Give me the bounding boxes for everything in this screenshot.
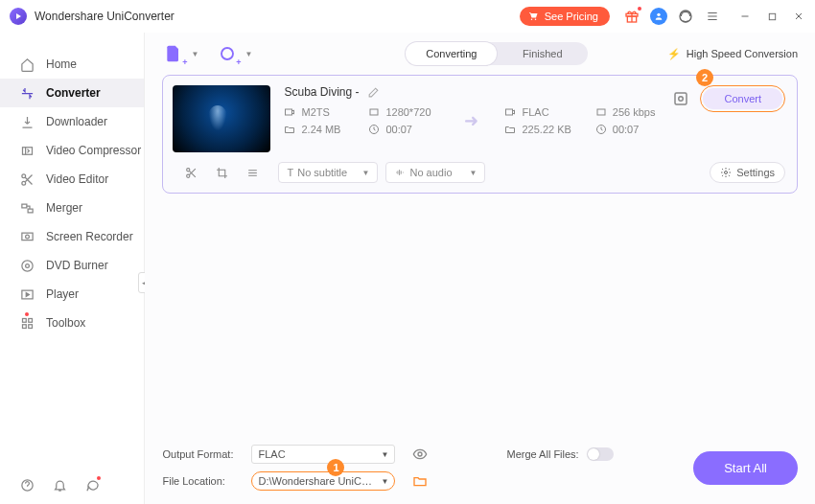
preview-icon[interactable] xyxy=(412,447,441,462)
svg-rect-22 xyxy=(370,109,378,115)
disc-icon xyxy=(19,258,35,273)
svg-point-20 xyxy=(221,48,233,59)
output-format-value: FLAC xyxy=(258,448,285,460)
bolt-icon: ⚡ xyxy=(667,48,681,60)
svg-rect-27 xyxy=(675,93,687,104)
add-file-button[interactable]: + xyxy=(162,42,185,65)
sidebar-item-toolbox[interactable]: Toolbox xyxy=(0,309,144,337)
svg-rect-21 xyxy=(286,109,292,115)
sidebar-item-label: Video Compressor xyxy=(46,144,141,157)
window-minimize-button[interactable] xyxy=(738,10,752,23)
sidebar-item-editor[interactable]: Video Editor xyxy=(0,165,144,194)
video-icon xyxy=(284,106,295,118)
svg-rect-9 xyxy=(28,209,33,213)
svg-rect-18 xyxy=(28,324,32,328)
subtitle-value: No subtitle xyxy=(297,167,347,178)
trim-icon[interactable] xyxy=(184,166,198,179)
svg-point-28 xyxy=(679,97,684,102)
sidebar-item-converter[interactable]: Converter xyxy=(0,79,144,107)
dst-size: 225.22 KB xyxy=(522,124,570,135)
svg-rect-24 xyxy=(506,109,513,115)
compress-icon xyxy=(19,143,35,158)
sidebar-item-player[interactable]: Player xyxy=(0,280,144,309)
convert-button[interactable]: Convert xyxy=(703,88,782,109)
sidebar-item-compressor[interactable]: Video Compressor xyxy=(0,136,144,165)
item-settings-button[interactable]: Settings xyxy=(710,162,785,183)
chevron-down-icon: ▼ xyxy=(470,169,477,177)
folder-icon xyxy=(284,124,295,135)
audio-dropdown[interactable]: No audio ▼ xyxy=(385,162,485,183)
merge-icon xyxy=(19,200,35,216)
play-icon xyxy=(19,286,35,302)
audio-value: No audio xyxy=(409,167,452,178)
chevron-down-icon[interactable]: ▼ xyxy=(191,50,198,58)
merge-toggle[interactable] xyxy=(587,447,614,461)
file-location-value: D:\Wondershare UniConverter 1 xyxy=(258,475,373,487)
open-folder-icon[interactable] xyxy=(412,473,441,489)
add-url-button[interactable]: + xyxy=(216,42,239,65)
clock-icon xyxy=(368,124,380,135)
gift-icon[interactable] xyxy=(623,8,640,25)
file-location-dropdown[interactable]: D:\Wondershare UniConverter 1 ▼ 1 xyxy=(251,471,395,491)
more-icon[interactable] xyxy=(245,166,259,179)
scissors-icon xyxy=(19,172,35,187)
chevron-down-icon: ▼ xyxy=(382,477,389,486)
subtitle-dropdown[interactable]: TNo subtitle ▼ xyxy=(278,162,378,183)
output-format-label: Output Format: xyxy=(162,448,244,460)
sidebar-item-label: DVD Burner xyxy=(46,259,108,272)
wave-icon xyxy=(394,168,406,177)
bitrate-icon xyxy=(595,106,607,118)
window-maximize-button[interactable] xyxy=(765,10,779,23)
chevron-down-icon[interactable]: ▼ xyxy=(244,50,252,58)
status-segmented: Converting Finished xyxy=(406,42,588,65)
user-avatar[interactable] xyxy=(650,8,667,25)
svg-rect-5 xyxy=(22,147,32,154)
sidebar-item-dvd[interactable]: DVD Burner xyxy=(0,251,144,280)
dst-dur: 00:07 xyxy=(613,124,640,135)
app-logo xyxy=(10,8,27,25)
sidebar-item-recorder[interactable]: Screen Recorder xyxy=(0,222,144,251)
file-location-label: File Location: xyxy=(162,475,244,487)
svg-point-31 xyxy=(725,172,728,174)
file-settings-icon[interactable] xyxy=(671,89,690,108)
arrow-right-icon: ➜ xyxy=(464,110,478,131)
tab-converting[interactable]: Converting xyxy=(406,42,497,65)
hamburger-icon[interactable] xyxy=(704,8,721,25)
video-thumbnail[interactable] xyxy=(173,85,270,152)
home-icon xyxy=(19,57,35,72)
cart-icon xyxy=(527,11,539,22)
sidebar: Home Converter Downloader Video Compress… xyxy=(0,33,145,504)
sidebar-item-merger[interactable]: Merger xyxy=(0,194,144,222)
chevron-down-icon: ▼ xyxy=(382,450,389,459)
svg-point-30 xyxy=(187,174,190,177)
folder-icon xyxy=(504,124,516,135)
dst-format: FLAC xyxy=(522,106,548,118)
audio-icon xyxy=(504,106,516,118)
converter-icon xyxy=(19,85,35,101)
src-res: 1280*720 xyxy=(385,106,431,118)
hsc-label: High Speed Conversion xyxy=(687,48,798,59)
high-speed-toggle[interactable]: ⚡ High Speed Conversion xyxy=(667,48,798,60)
start-all-button[interactable]: Start All xyxy=(693,451,798,485)
sidebar-item-downloader[interactable]: Downloader xyxy=(0,107,144,136)
edit-name-icon[interactable] xyxy=(367,86,380,99)
subtitle-icon: T xyxy=(287,167,293,178)
window-close-button[interactable] xyxy=(792,10,805,23)
help-icon[interactable] xyxy=(19,477,35,493)
svg-point-2 xyxy=(657,13,660,16)
svg-rect-8 xyxy=(21,204,26,208)
svg-point-6 xyxy=(21,173,25,177)
svg-point-12 xyxy=(21,260,32,270)
svg-point-11 xyxy=(25,235,29,239)
support-icon[interactable] xyxy=(677,8,694,25)
tab-finished[interactable]: Finished xyxy=(497,42,588,65)
see-pricing-button[interactable]: See Pricing xyxy=(520,7,610,26)
feedback-icon[interactable] xyxy=(84,477,100,493)
output-format-dropdown[interactable]: FLAC ▼ xyxy=(251,445,395,464)
bell-icon[interactable] xyxy=(52,477,67,493)
crop-icon[interactable] xyxy=(215,166,228,179)
app-title: Wondershare UniConverter xyxy=(35,10,175,23)
sidebar-item-home[interactable]: Home xyxy=(0,50,144,79)
svg-rect-10 xyxy=(21,233,32,241)
src-format: M2TS xyxy=(301,106,329,118)
